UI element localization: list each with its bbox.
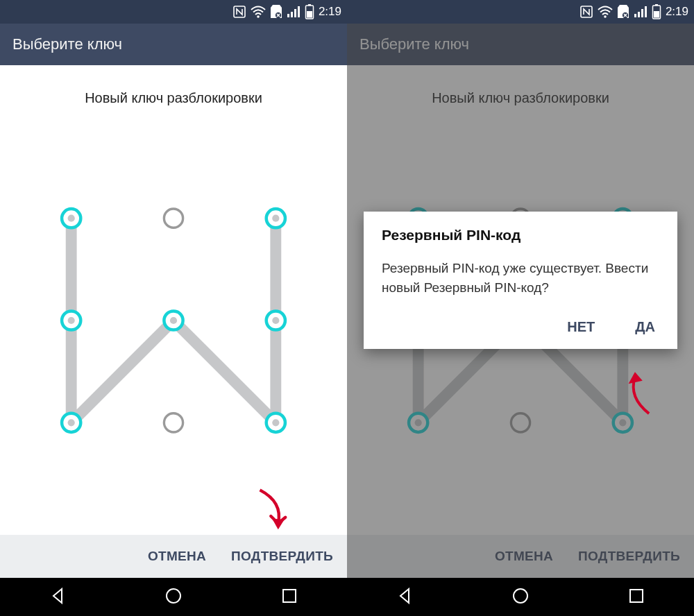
svg-rect-6 [298, 6, 300, 17]
signal-icon [287, 6, 301, 18]
nav-back-icon[interactable] [48, 586, 67, 608]
confirm-button[interactable]: ПОДТВЕРДИТЬ [578, 549, 680, 564]
nfc-icon [232, 5, 246, 19]
svg-point-54 [619, 419, 626, 426]
svg-point-18 [170, 317, 177, 324]
navbar [0, 578, 347, 616]
statusbar: 2:19 [0, 0, 347, 24]
svg-rect-56 [630, 590, 643, 602]
svg-point-22 [68, 419, 75, 426]
sd-card-icon [617, 5, 629, 19]
confirm-button[interactable]: ПОДТВЕРДИТЬ [231, 549, 333, 564]
page-title: Выберите ключ [359, 35, 469, 53]
svg-point-20 [272, 317, 279, 324]
nav-recent-icon[interactable] [280, 586, 299, 608]
dialog-actions: НЕТ ДА [382, 316, 659, 338]
titlebar: Выберите ключ [347, 24, 694, 65]
page-subtitle: Новый ключ разблокировки [347, 65, 694, 106]
clock-text: 2:19 [319, 5, 341, 19]
footer-bar: ОТМЕНА ПОДТВЕРДИТЬ [0, 535, 347, 578]
svg-rect-32 [634, 14, 636, 17]
nav-recent-icon[interactable] [627, 586, 646, 608]
pattern-area[interactable] [0, 106, 347, 535]
svg-point-51 [415, 419, 422, 426]
pattern-grid[interactable] [56, 203, 291, 438]
svg-point-55 [514, 589, 527, 603]
dialog-no-button[interactable]: НЕТ [563, 316, 599, 338]
svg-rect-4 [291, 12, 293, 17]
svg-point-1 [257, 15, 260, 18]
svg-point-11 [68, 215, 75, 222]
wifi-icon [598, 6, 613, 18]
battery-icon [305, 4, 314, 19]
svg-rect-28 [283, 590, 296, 602]
svg-point-52 [511, 413, 530, 432]
footer-bar: ОТМЕНА ПОДТВЕРДИТЬ [347, 535, 694, 578]
svg-point-25 [272, 419, 279, 426]
dialog-yes-button[interactable]: ДА [631, 316, 659, 338]
svg-point-23 [164, 413, 183, 432]
phone-left: 2:19 Выберите ключ Новый ключ разблокиро… [0, 0, 347, 616]
cancel-button[interactable]: ОТМЕНА [148, 549, 206, 564]
svg-rect-33 [638, 12, 640, 17]
sd-card-icon [270, 5, 282, 19]
page-title: Выберите ключ [12, 35, 122, 53]
clock-text: 2:19 [666, 5, 688, 19]
svg-point-30 [604, 15, 607, 18]
svg-rect-35 [645, 6, 647, 17]
dialog-body: Резервный PIN-код уже существует. Ввести… [382, 259, 659, 297]
cancel-button[interactable]: ОТМЕНА [495, 549, 553, 564]
svg-point-27 [167, 589, 180, 603]
content-area: Новый ключ разблокировки ОТМЕНА ПОДТВЕРД… [0, 65, 347, 578]
svg-rect-38 [654, 11, 659, 18]
page-subtitle: Новый ключ разблокировки [0, 65, 347, 106]
wifi-icon [251, 6, 266, 18]
dialog-title: Резервный PIN-код [382, 227, 659, 243]
svg-rect-9 [307, 11, 312, 18]
battery-icon [652, 4, 661, 19]
nav-back-icon[interactable] [395, 586, 414, 608]
nav-home-icon[interactable] [164, 586, 183, 608]
svg-rect-5 [294, 9, 296, 17]
svg-rect-3 [287, 14, 289, 17]
phone-right: 2:19 Выберите ключ Новый ключ разблокиро… [347, 0, 694, 616]
svg-rect-34 [641, 9, 643, 17]
pin-dialog: Резервный PIN-код Резервный PIN-код уже … [364, 212, 677, 349]
nav-home-icon[interactable] [511, 586, 530, 608]
svg-point-16 [68, 317, 75, 324]
nfc-icon [579, 5, 593, 19]
svg-point-12 [164, 209, 183, 228]
svg-point-14 [272, 215, 279, 222]
titlebar: Выберите ключ [0, 24, 347, 65]
navbar [347, 578, 694, 616]
statusbar: 2:19 [347, 0, 694, 24]
signal-icon [634, 6, 648, 18]
